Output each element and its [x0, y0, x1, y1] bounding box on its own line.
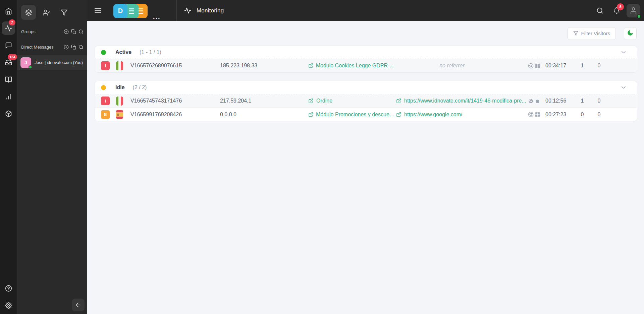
user-menu-button[interactable] [627, 4, 640, 17]
current-page-link[interactable]: Modulo Cookies Legge GDPR (Blo... [308, 63, 396, 69]
rail-statistics-button[interactable] [2, 90, 15, 103]
external-link-icon [308, 63, 313, 68]
rail-knowledge-button[interactable] [2, 73, 15, 86]
page-title: Monitoring [197, 7, 224, 14]
dark-mode-toggle[interactable] [624, 27, 637, 40]
groups-section-header: Groups [17, 28, 87, 35]
workspace-tile-blue[interactable]: D [113, 4, 127, 18]
groups-add-button[interactable] [63, 28, 69, 35]
flag-italy-icon [116, 97, 123, 106]
current-page-link[interactable]: Ordine [308, 98, 332, 104]
visitor-row[interactable]: I V1665745743171476 217.59.204.1 Ordine … [95, 94, 637, 108]
sidebar-toolbar [17, 0, 87, 20]
referrer-link[interactable]: https://www.idnovate.com/it/1419-46-modi… [396, 98, 526, 104]
notifications-badge: 8 [617, 3, 624, 10]
chats-count: 1 [574, 63, 591, 69]
referrer-link[interactable]: https://www.google.com/ [396, 112, 462, 118]
chats-count: 1 [574, 98, 591, 104]
list-lines-icon [129, 8, 134, 14]
rail-chats-button[interactable] [2, 39, 15, 52]
firefox-icon [528, 98, 534, 104]
search-button[interactable] [593, 4, 606, 17]
rail-modules-button[interactable] [2, 107, 15, 120]
visitor-row[interactable]: I V1665762689076615 185.223.198.33 Modul… [95, 59, 637, 72]
filter-visitors-button[interactable]: Filter Visitors [568, 27, 616, 40]
chrome-icon [528, 63, 534, 69]
language-badge: I [101, 61, 110, 70]
direct-messages-label: Direct Messages [21, 45, 63, 50]
visitor-row[interactable]: E V1665991769208426 0.0.0.0 Módulo Promo… [95, 108, 637, 121]
rail-home-button[interactable] [2, 4, 15, 18]
groups-search-button[interactable] [78, 28, 84, 35]
workspace-switcher: D ... [113, 3, 151, 18]
group-count: (1 - 1 / 1) [140, 49, 161, 55]
direct-messages-section-header: Direct Messages [17, 43, 87, 51]
chat-sidebar: Groups Direct Messages J Jose | idnovate… [17, 0, 87, 314]
rail-help-button[interactable] [2, 281, 15, 295]
monitoring-content: Filter Visitors Active (1 - 1 / 1) I V16… [87, 21, 644, 314]
topbar-divider [176, 0, 177, 21]
chevron-down-icon[interactable] [620, 84, 627, 91]
chat-bubble-icon [5, 42, 12, 49]
referrer-text: no referrer [396, 63, 528, 69]
hamburger-menu-button[interactable] [94, 7, 102, 15]
time-on-site: 00:34:17 [545, 63, 574, 69]
filter-tab-button[interactable] [57, 5, 71, 20]
pending-count: 0 [591, 112, 607, 118]
chevron-down-icon[interactable] [620, 49, 627, 56]
idle-status-dot [101, 85, 106, 90]
online-status-dot [29, 65, 32, 69]
list-lines-icon [138, 8, 143, 14]
flag-spain-icon [116, 110, 123, 119]
dm-item-jose[interactable]: J Jose | idnovate.com (You) [17, 55, 87, 70]
dm-add-button[interactable] [63, 44, 69, 50]
bar-chart-icon [5, 93, 12, 100]
user-check-icon [43, 9, 50, 16]
user-avatar-icon [630, 7, 637, 14]
external-link-icon [308, 112, 313, 117]
plus-circle-icon [64, 29, 69, 34]
workspace-more-button[interactable]: ... [153, 15, 161, 18]
notifications-button[interactable]: 8 [610, 4, 623, 17]
rail-settings-button[interactable] [2, 299, 15, 312]
topbar-actions: 8 [593, 4, 644, 17]
activity-icon [5, 25, 12, 32]
external-link-icon [396, 112, 401, 117]
search-icon [596, 7, 603, 14]
settings-gear-icon [5, 302, 12, 309]
workspace-letter: D [118, 7, 123, 15]
flag-italy-icon [116, 61, 123, 70]
visitor-id: V1665991769208426 [130, 112, 220, 118]
groups-copy-button[interactable] [70, 28, 76, 35]
groups-label: Groups [21, 29, 63, 34]
active-status-dot [101, 50, 106, 55]
time-on-site: 00:12:56 [545, 98, 574, 104]
copy-icon [71, 29, 76, 34]
time-on-site: 00:27:23 [545, 112, 574, 118]
pending-count: 0 [591, 98, 607, 104]
layers-icon [25, 9, 32, 16]
app-rail: 7 124 [0, 0, 17, 314]
visitor-group-idle: Idle (2 / 2) I V1665745743171476 217.59.… [95, 81, 637, 121]
help-circle-icon [5, 285, 12, 292]
plus-circle-icon [64, 45, 69, 50]
dm-search-button[interactable] [78, 44, 84, 50]
windows-icon [535, 112, 540, 117]
avatar: J [20, 57, 31, 68]
rail-monitoring-button[interactable]: 7 [2, 21, 15, 35]
monitoring-badge: 7 [9, 19, 15, 25]
user-check-tab-button[interactable] [39, 5, 54, 20]
current-page-link[interactable]: Módulo Promociones y descuento... [308, 112, 396, 118]
hamburger-menu-icon [94, 7, 102, 15]
sidebar-collapse-button[interactable] [72, 299, 85, 311]
group-header-idle[interactable]: Idle (2 / 2) [95, 81, 637, 94]
layers-tab-button[interactable] [21, 5, 36, 20]
dm-copy-button[interactable] [70, 44, 76, 50]
search-icon [78, 29, 84, 34]
activity-icon [184, 7, 191, 14]
rail-inbox-button[interactable]: 124 [2, 56, 15, 69]
page-title-area: Monitoring [184, 7, 224, 14]
external-link-icon [396, 98, 401, 104]
filter-visitors-label: Filter Visitors [581, 30, 610, 36]
group-header-active[interactable]: Active (1 - 1 / 1) [95, 46, 637, 59]
